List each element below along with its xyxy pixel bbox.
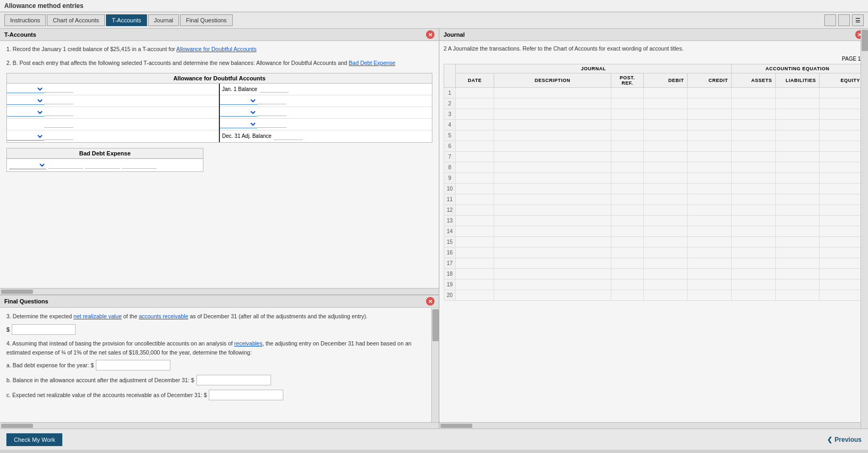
- liabilities-cell[interactable]: [775, 194, 820, 205]
- equity-cell[interactable]: [820, 184, 864, 194]
- equity-cell[interactable]: [820, 194, 864, 205]
- description-cell[interactable]: [494, 152, 611, 162]
- description-cell[interactable]: [494, 98, 611, 109]
- post-ref-cell[interactable]: [611, 120, 644, 130]
- equity-cell[interactable]: [820, 226, 864, 237]
- description-cell[interactable]: [494, 88, 611, 98]
- equity-cell[interactable]: [820, 237, 864, 248]
- date-cell[interactable]: [456, 152, 494, 162]
- description-cell[interactable]: [494, 258, 611, 269]
- description-cell[interactable]: [494, 194, 611, 205]
- assets-cell[interactable]: [732, 173, 776, 184]
- allowance-left-dropdown-1[interactable]: [7, 85, 44, 93]
- allowance-left-dropdown-5[interactable]: [7, 132, 44, 141]
- debit-cell[interactable]: [643, 141, 687, 152]
- description-cell[interactable]: [494, 184, 611, 194]
- post-ref-cell[interactable]: [611, 290, 644, 301]
- previous-button[interactable]: ❮ Previous: [827, 436, 862, 443]
- bad-debt-link[interactable]: Bad Debt Expense: [349, 60, 396, 66]
- credit-cell[interactable]: [687, 109, 732, 120]
- date-cell[interactable]: [456, 237, 494, 248]
- credit-cell[interactable]: [687, 269, 732, 279]
- equity-cell[interactable]: [820, 130, 864, 141]
- assets-cell[interactable]: [732, 216, 776, 226]
- equity-cell[interactable]: [820, 152, 864, 162]
- credit-cell[interactable]: [687, 290, 732, 301]
- check-my-work-button[interactable]: Check My Work: [6, 433, 62, 446]
- date-cell[interactable]: [456, 258, 494, 269]
- debit-cell[interactable]: [643, 237, 687, 248]
- equity-cell[interactable]: [820, 279, 864, 290]
- description-cell[interactable]: [494, 237, 611, 248]
- allowance-right-input-1[interactable]: [259, 85, 289, 93]
- journal-horiz-scrollbar[interactable]: [439, 422, 868, 429]
- assets-cell[interactable]: [732, 237, 776, 248]
- assets-cell[interactable]: [732, 290, 776, 301]
- allowance-left-dropdown-3[interactable]: [7, 108, 44, 117]
- debit-cell[interactable]: [643, 184, 687, 194]
- debit-cell[interactable]: [643, 109, 687, 120]
- liabilities-cell[interactable]: [775, 88, 820, 98]
- debit-cell[interactable]: [643, 279, 687, 290]
- description-cell[interactable]: [494, 226, 611, 237]
- post-ref-cell[interactable]: [611, 141, 644, 152]
- credit-cell[interactable]: [687, 226, 732, 237]
- assets-cell[interactable]: [732, 194, 776, 205]
- fq-scrollbar[interactable]: [0, 422, 439, 429]
- description-cell[interactable]: [494, 269, 611, 279]
- description-cell[interactable]: [494, 162, 611, 173]
- equity-cell[interactable]: [820, 98, 864, 109]
- assets-cell[interactable]: [732, 248, 776, 258]
- t-accounts-scrollbar[interactable]: [0, 288, 439, 294]
- credit-cell[interactable]: [687, 130, 732, 141]
- debit-cell[interactable]: [643, 205, 687, 216]
- equity-cell[interactable]: [820, 205, 864, 216]
- liabilities-cell[interactable]: [775, 205, 820, 216]
- allowance-left-input-4[interactable]: [44, 120, 73, 128]
- credit-cell[interactable]: [687, 279, 732, 290]
- post-ref-cell[interactable]: [611, 248, 644, 258]
- maximize-icon[interactable]: [838, 14, 850, 26]
- post-ref-cell[interactable]: [611, 269, 644, 279]
- date-cell[interactable]: [456, 248, 494, 258]
- qb-input[interactable]: [196, 375, 271, 385]
- tab-instructions[interactable]: Instructions: [4, 14, 46, 26]
- q3-input[interactable]: [12, 324, 76, 335]
- assets-cell[interactable]: [732, 226, 776, 237]
- allowance-left-input-2[interactable]: [44, 97, 73, 104]
- liabilities-cell[interactable]: [775, 141, 820, 152]
- credit-cell[interactable]: [687, 173, 732, 184]
- description-cell[interactable]: [494, 120, 611, 130]
- assets-cell[interactable]: [732, 279, 776, 290]
- journal-scrollbar[interactable]: [861, 29, 868, 429]
- bad-debt-input-1[interactable]: [48, 161, 83, 169]
- liabilities-cell[interactable]: [775, 98, 820, 109]
- description-cell[interactable]: [494, 248, 611, 258]
- liabilities-cell[interactable]: [775, 258, 820, 269]
- menu-icon[interactable]: ☰: [852, 14, 864, 26]
- t-accounts-close-button[interactable]: ✕: [426, 30, 435, 39]
- post-ref-cell[interactable]: [611, 162, 644, 173]
- tab-t-accounts[interactable]: T-Accounts: [106, 14, 147, 26]
- tab-chart-of-accounts[interactable]: Chart of Accounts: [47, 14, 105, 26]
- description-cell[interactable]: [494, 205, 611, 216]
- bad-debt-dropdown-1[interactable]: [9, 161, 46, 169]
- final-questions-scrollbar[interactable]: [431, 308, 439, 429]
- liabilities-cell[interactable]: [775, 269, 820, 279]
- assets-cell[interactable]: [732, 184, 776, 194]
- allowance-right-dropdown-2[interactable]: [220, 96, 257, 105]
- liabilities-cell[interactable]: [775, 216, 820, 226]
- date-cell[interactable]: [456, 290, 494, 301]
- description-cell[interactable]: [494, 173, 611, 184]
- equity-cell[interactable]: [820, 109, 864, 120]
- allowance-left-dropdown-2[interactable]: [7, 96, 44, 105]
- assets-cell[interactable]: [732, 152, 776, 162]
- date-cell[interactable]: [456, 98, 494, 109]
- assets-cell[interactable]: [732, 162, 776, 173]
- allowance-right-input-4[interactable]: [257, 120, 286, 128]
- description-cell[interactable]: [494, 141, 611, 152]
- liabilities-cell[interactable]: [775, 248, 820, 258]
- equity-cell[interactable]: [820, 216, 864, 226]
- assets-cell[interactable]: [732, 120, 776, 130]
- assets-cell[interactable]: [732, 109, 776, 120]
